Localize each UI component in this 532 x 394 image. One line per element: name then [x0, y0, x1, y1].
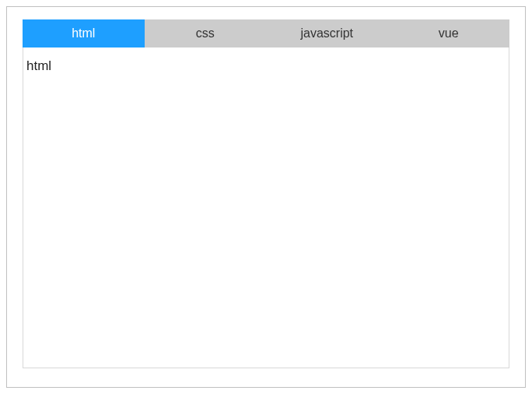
tab-html[interactable]: html: [23, 19, 145, 47]
content-panel: html: [23, 47, 509, 368]
content-text: html: [26, 58, 51, 73]
tab-javascript[interactable]: javascript: [266, 19, 388, 47]
tab-vue[interactable]: vue: [388, 19, 510, 47]
app-frame: html css javascript vue html: [6, 6, 526, 388]
tab-css[interactable]: css: [145, 19, 267, 47]
tab-bar: html css javascript vue: [23, 19, 509, 47]
tab-container: html css javascript vue html: [23, 19, 509, 368]
